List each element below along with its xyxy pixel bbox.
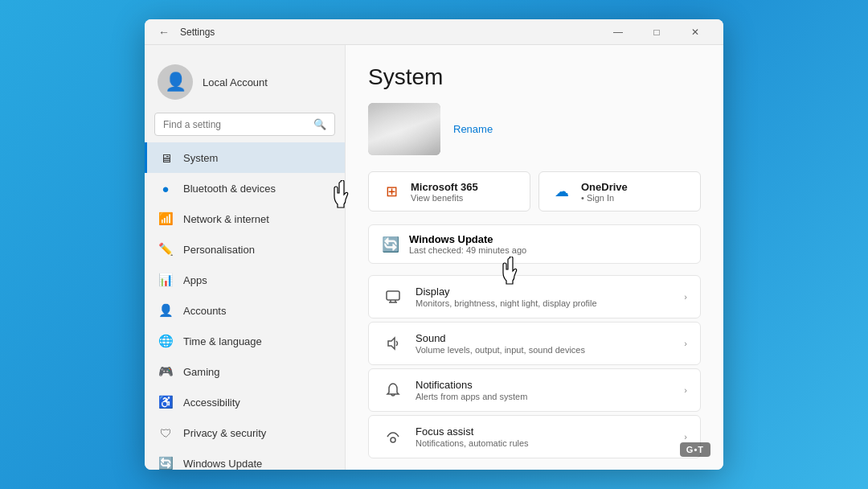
bluetooth-icon: ● [158,180,174,196]
content-area: 👤 Local Account 🔍 🖥 System ● Bluetooth &… [145,45,723,470]
svg-marker-4 [388,338,395,349]
sidebar-item-windows-update[interactable]: 🔄 Windows Update [145,448,345,470]
m365-icon: ⊞ [380,180,403,203]
onedrive-title: OneDrive [581,181,628,193]
display-row[interactable]: Display Monitors, brightness, night ligh… [368,275,701,318]
windows-update-bar[interactable]: 🔄 Windows Update Last checked: 49 minute… [368,224,701,264]
watermark: G•T [680,442,710,457]
focus-chevron: › [684,432,687,442]
sidebar-item-label: Gaming [183,366,220,378]
back-button[interactable]: ← [154,23,174,42]
sidebar-item-personalisation[interactable]: ✏️ Personalisation [145,234,345,265]
sidebar-item-privacy[interactable]: 🛡 Privacy & security [145,417,345,448]
focus-subtitle: Notifications, automatic rules [416,438,673,448]
main-content: System Rename ⊞ Microsoft 365 View benef [346,45,723,470]
page-title: System [368,64,701,90]
user-name: Local Account [203,76,268,88]
search-input[interactable] [163,119,307,130]
sidebar-item-apps[interactable]: 📊 Apps [145,265,345,295]
accounts-icon: 👤 [158,302,174,318]
onedrive-subtitle: • Sign In [581,193,628,203]
sidebar-item-bluetooth[interactable]: ● Bluetooth & devices [145,173,345,203]
sidebar-item-label: Personalisation [183,244,255,256]
system-icon: 🖥 [158,150,174,166]
sidebar-item-label: Network & internet [183,213,269,225]
personalisation-icon: ✏️ [158,241,174,257]
close-button[interactable]: ✕ [677,19,714,45]
hero-section: Rename [368,103,701,155]
sound-subtitle: Volume levels, output, input, sound devi… [416,345,673,355]
svg-rect-0 [387,291,399,300]
accessibility-icon: ♿ [158,394,174,410]
sidebar-item-accessibility[interactable]: ♿ Accessibility [145,387,345,417]
sidebar-item-accounts[interactable]: 👤 Accounts [145,295,345,326]
sidebar-item-label: Bluetooth & devices [183,183,276,195]
display-chevron: › [684,292,687,302]
sidebar-item-label: Apps [183,274,207,286]
settings-group: Display Monitors, brightness, night ligh… [368,275,701,460]
display-title: Display [416,286,673,298]
user-section: 👤 Local Account [145,51,345,109]
display-subtitle: Monitors, brightness, night light, displ… [416,298,673,308]
onedrive-card[interactable]: ☁ OneDrive • Sign In [538,171,701,212]
notifications-title: Notifications [416,379,673,391]
sidebar-item-system[interactable]: 🖥 System [145,142,345,173]
apps-icon: 📊 [158,272,174,288]
privacy-icon: 🛡 [158,425,174,441]
sidebar: 👤 Local Account 🔍 🖥 System ● Bluetooth &… [145,45,346,470]
avatar: 👤 [158,64,193,100]
sidebar-item-gaming[interactable]: 🎮 Gaming [145,356,345,387]
rename-button[interactable]: Rename [453,123,493,135]
gaming-icon: 🎮 [158,364,174,380]
notifications-subtitle: Alerts from apps and system [416,392,673,401]
sidebar-item-label: Privacy & security [183,427,266,439]
search-box[interactable]: 🔍 [154,113,335,136]
windows-update-subtitle: Last checked: 49 minutes ago [409,245,526,255]
window-controls: — □ ✕ [600,19,714,45]
avatar-icon: 👤 [165,72,186,92]
quick-cards: ⊞ Microsoft 365 View benefits ☁ OneDrive… [368,171,701,212]
titlebar: ← Settings — □ ✕ [145,19,723,45]
notifications-row[interactable]: Notifications Alerts from apps and syste… [368,368,701,412]
maximize-button[interactable]: □ [638,19,675,45]
m365-title: Microsoft 365 [411,181,478,193]
sound-row[interactable]: Sound Volume levels, output, input, soun… [368,322,701,365]
hero-thumbnail [368,103,440,155]
onedrive-icon: ☁ [551,180,573,203]
window-title: Settings [180,27,600,38]
focus-title: Focus assist [416,425,673,438]
update-icon: 🔄 [158,455,174,470]
time-icon: 🌐 [158,333,174,349]
microsoft365-card[interactable]: ⊞ Microsoft 365 View benefits [368,171,530,212]
sound-icon [382,332,404,355]
settings-window: ← Settings — □ ✕ 👤 Local Account [145,19,723,470]
notifications-icon [382,379,404,401]
sidebar-item-label: Time & language [183,335,262,347]
windows-update-title: Windows Update [409,233,526,245]
notifications-chevron: › [684,385,687,395]
display-icon [382,286,404,308]
sound-chevron: › [684,339,687,348]
network-icon: 📶 [158,211,174,227]
sidebar-item-network[interactable]: 📶 Network & internet [145,203,345,234]
sidebar-item-time[interactable]: 🌐 Time & language [145,326,345,356]
sidebar-item-label: Windows Update [183,458,262,470]
minimize-button[interactable]: — [600,19,637,45]
svg-point-5 [391,438,395,442]
m365-subtitle: View benefits [411,193,478,203]
windows-update-icon: 🔄 [382,236,399,253]
focus-icon [382,425,404,448]
sound-title: Sound [416,332,673,344]
search-icon: 🔍 [313,118,326,130]
sidebar-item-label: System [183,152,218,164]
focus-assist-row[interactable]: Focus assist Notifications, automatic ru… [368,415,701,458]
sidebar-item-label: Accounts [183,305,226,317]
sidebar-item-label: Accessibility [183,397,240,409]
